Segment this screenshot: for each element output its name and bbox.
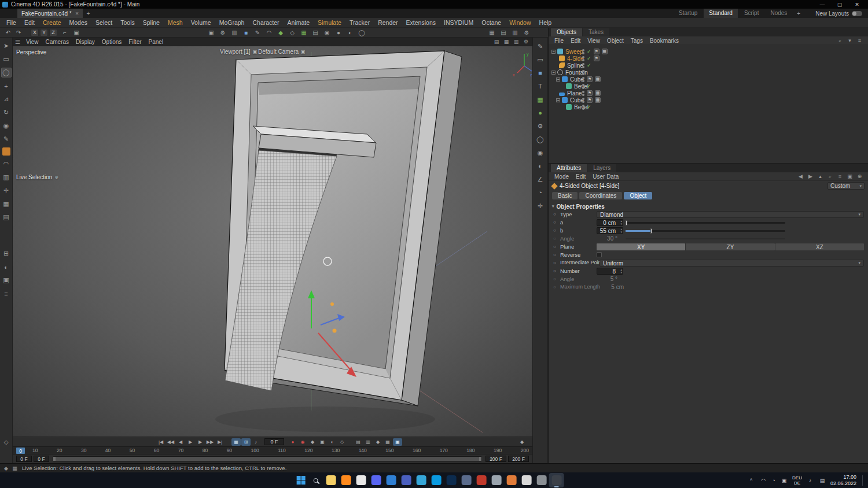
- axis-x-button[interactable]: X: [31, 29, 39, 36]
- layout-tab-standard[interactable]: Standard: [704, 9, 738, 18]
- attr-menu-user-data[interactable]: User Data: [589, 173, 622, 180]
- workplane-icon[interactable]: ▣: [71, 28, 82, 37]
- menu-edit[interactable]: Edit: [20, 19, 39, 26]
- document-tab[interactable]: FakeFountain.c4d * ✕: [17, 9, 83, 18]
- vp-single-view-icon[interactable]: ▤: [492, 38, 501, 45]
- range-slider[interactable]: [53, 456, 482, 461]
- enable-check-icon[interactable]: ✓: [587, 56, 591, 61]
- taskbar-cinema4d-icon[interactable]: [549, 473, 564, 487]
- stepper-arrows-icon[interactable]: ▴▾: [620, 268, 622, 274]
- taskbar-search-button[interactable]: [308, 473, 323, 487]
- tab-attributes[interactable]: Attributes: [551, 164, 587, 172]
- reduced-modification-toggle[interactable]: ⊞: [241, 438, 251, 446]
- hamburger-icon[interactable]: ☰: [15, 39, 20, 45]
- tab-takes[interactable]: Takes: [583, 28, 609, 36]
- box-select-icon[interactable]: ▭: [1, 54, 12, 64]
- keyframe-circle-icon[interactable]: ○: [553, 260, 556, 265]
- viewport-settings-gear-icon[interactable]: ⚙: [521, 28, 532, 37]
- collapse-icon[interactable]: −: [556, 77, 560, 82]
- menu-tools[interactable]: Tools: [116, 19, 139, 26]
- visibility-dots[interactable]: [582, 49, 584, 54]
- key-icon[interactable]: ◆: [517, 438, 527, 446]
- tree-row-cube1[interactable]: − Cube ⚑ ▦: [549, 76, 868, 83]
- protractor-icon[interactable]: ◔: [535, 187, 546, 198]
- close-button[interactable]: ✕: [848, 2, 866, 8]
- visibility-dots[interactable]: [582, 84, 584, 89]
- camera-label[interactable]: Default Camera▣: [258, 49, 306, 55]
- taskbar-skype-icon[interactable]: [429, 473, 444, 487]
- enable-check-icon[interactable]: ✓: [587, 62, 591, 68]
- om-menu-file[interactable]: File: [551, 38, 567, 44]
- taskbar-edge-icon[interactable]: [384, 473, 399, 487]
- attr-forward-icon[interactable]: ▶: [807, 173, 814, 180]
- view-label[interactable]: Perspective: [16, 49, 46, 56]
- type-dropdown[interactable]: Diamond▾: [597, 211, 864, 218]
- vp-camera-toggle-icon[interactable]: ▥: [512, 38, 520, 45]
- menu-volume[interactable]: Volume: [187, 19, 215, 26]
- notification-edge[interactable]: [862, 475, 865, 486]
- enable-check-icon[interactable]: ✓: [587, 49, 591, 54]
- tree-row-plane[interactable]: Plane ⚑ ▦: [549, 90, 868, 97]
- enable-check-icon[interactable]: ✓: [587, 104, 591, 110]
- plane-xz-button[interactable]: XZ: [775, 243, 864, 250]
- om-search-icon[interactable]: ⌕: [836, 37, 844, 44]
- attr-search-icon[interactable]: ⌕: [826, 173, 834, 180]
- vp-menu-options[interactable]: Options: [98, 39, 125, 45]
- tree-row-fountain[interactable]: − Fountain: [549, 69, 868, 76]
- collapse-icon[interactable]: −: [551, 71, 556, 75]
- panel-toggle-icon[interactable]: ▥: [510, 28, 520, 37]
- b-slider[interactable]: [626, 230, 785, 232]
- stepper-arrows-icon[interactable]: ▴▾: [620, 220, 622, 225]
- tab-layers[interactable]: Layers: [587, 164, 616, 172]
- lock-view-icon[interactable]: ▣: [1, 275, 12, 285]
- axis-mod-icon[interactable]: ✛: [1, 186, 12, 195]
- menu-extensions[interactable]: Extensions: [402, 19, 440, 26]
- keyframe-circle-icon[interactable]: ○: [553, 212, 556, 217]
- section-tab-basic[interactable]: Basic: [552, 192, 578, 199]
- layout-tab-nodes[interactable]: Nodes: [765, 9, 792, 18]
- menu-spline[interactable]: Spline: [139, 19, 164, 26]
- om-menu-tags[interactable]: Tags: [627, 38, 646, 44]
- keyframe-circle-icon[interactable]: ○: [553, 220, 556, 225]
- mirror-tool-icon[interactable]: ▥: [1, 172, 12, 182]
- live-selection-icon[interactable]: ◯: [1, 68, 12, 77]
- frame-ruler[interactable]: 0 10203040506070809010011012013014015016…: [13, 446, 532, 454]
- menu-simulate[interactable]: Simulate: [314, 19, 345, 26]
- attr-lock-icon[interactable]: ▣: [846, 173, 854, 180]
- tree-row-bevel2[interactable]: Bevel ✓: [549, 103, 868, 110]
- grid-toggle-icon[interactable]: ⊞: [1, 249, 12, 258]
- camera-object-icon[interactable]: ◉: [535, 147, 546, 158]
- section-tab-object[interactable]: Object: [624, 192, 652, 199]
- minimize-button[interactable]: —: [814, 2, 831, 8]
- phong-tag-icon[interactable]: ⚑: [587, 97, 593, 103]
- menu-octane[interactable]: Octane: [477, 19, 505, 26]
- menu-create[interactable]: Create: [39, 19, 65, 26]
- view-filter-icon[interactable]: ◐: [1, 262, 12, 272]
- a-slider[interactable]: [626, 222, 785, 224]
- taskbar-teams-icon[interactable]: [399, 473, 414, 487]
- attr-new-icon[interactable]: ⊕: [856, 173, 863, 180]
- snap-icon[interactable]: ▦: [1, 199, 12, 209]
- menu-tracker[interactable]: Tracker: [345, 19, 374, 26]
- material-swatch-icon[interactable]: ■: [2, 147, 10, 156]
- keyframe-selection-toggle[interactable]: ▦: [231, 438, 241, 446]
- record-rotation-toggle[interactable]: ◐: [328, 438, 337, 446]
- visibility-dots[interactable]: [582, 56, 584, 61]
- tree-row-sweep[interactable]: − Sweep ✓ ⚑ ▦: [549, 48, 868, 55]
- tray-network-icon[interactable]: ◠: [759, 478, 767, 483]
- phong-tag-icon[interactable]: ⚑: [587, 90, 593, 96]
- deformer-icon[interactable]: ▤: [310, 28, 321, 37]
- wrench-icon[interactable]: ✛: [535, 201, 546, 211]
- taskbar-chrome-icon[interactable]: [354, 473, 369, 487]
- keyframe-circle-icon[interactable]: ○: [553, 252, 556, 257]
- om-menu-view[interactable]: View: [584, 38, 604, 44]
- new-tab-button[interactable]: +: [83, 10, 93, 17]
- display-mode-icon[interactable]: ▦: [487, 28, 497, 37]
- visibility-dots[interactable]: [582, 63, 584, 68]
- attr-parent-icon[interactable]: ▴: [816, 173, 824, 180]
- spline-pen-icon[interactable]: ✎: [535, 41, 546, 51]
- next-frame-button[interactable]: ▶: [196, 438, 205, 446]
- om-filter-icon[interactable]: ▾: [846, 37, 854, 44]
- camera-icon[interactable]: ●: [333, 28, 344, 37]
- keyframe-circle-icon[interactable]: ○: [553, 268, 556, 273]
